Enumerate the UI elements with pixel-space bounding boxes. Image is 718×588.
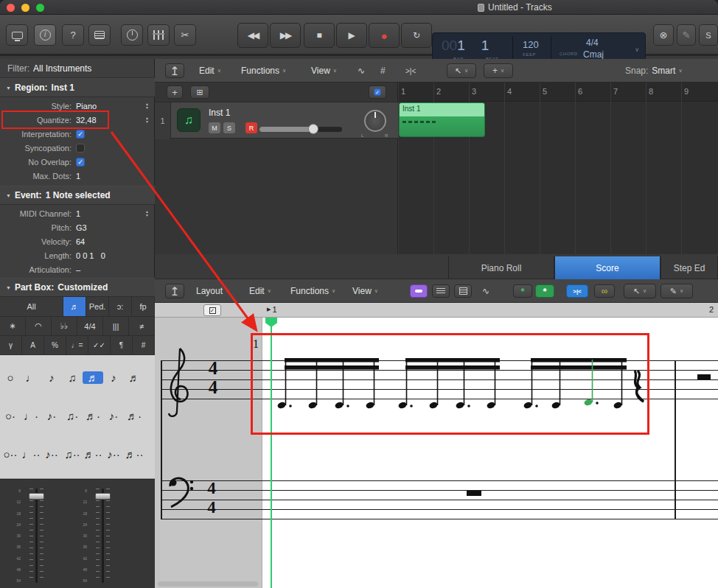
palette-note[interactable]: ♪ xyxy=(41,371,62,384)
lcd-chevron-icon[interactable]: ∨ xyxy=(635,46,639,53)
partbox-tab[interactable]: fp xyxy=(132,297,155,316)
playhead-line[interactable] xyxy=(271,318,272,588)
partbox-symbol[interactable]: ≠ xyxy=(129,317,155,335)
link-button[interactable]: ∞ xyxy=(594,284,615,298)
partbox-symbol[interactable]: # xyxy=(133,336,155,354)
tracks-functions-menu[interactable]: Functions∨ xyxy=(241,59,286,83)
quick-help-button[interactable]: ? xyxy=(62,24,84,46)
channel-fader[interactable]: 61218243036424854 xyxy=(75,484,127,586)
secondary-tool-menu[interactable]: +∨ xyxy=(484,63,513,78)
palette-note[interactable]: ♬· xyxy=(124,410,144,422)
disclosure-triangle-icon[interactable]: ▼ xyxy=(6,85,11,91)
stepper-down-icon[interactable]: ▼ xyxy=(145,214,149,217)
midi-thru-button[interactable]: * xyxy=(535,284,554,298)
palette-note[interactable]: ♪·· xyxy=(103,448,124,461)
partbox-symbol[interactable]: % xyxy=(44,336,66,354)
forward-button[interactable]: ▶▶ xyxy=(270,23,301,48)
palette-note[interactable]: ♫·· xyxy=(62,448,83,461)
partbox-symbol[interactable]: ✓✓ xyxy=(88,336,111,354)
midi-in-button[interactable] xyxy=(410,284,428,298)
score-layout-menu[interactable]: Layout∨ xyxy=(196,279,229,303)
tab-score[interactable]: Score xyxy=(554,256,661,279)
minimize-window-button[interactable] xyxy=(21,4,29,12)
filter-row[interactable]: Filter: All Instruments xyxy=(0,59,155,78)
score-edit-menu[interactable]: Edit∨ xyxy=(249,279,271,303)
record-enable-button[interactable]: R xyxy=(245,122,257,133)
partbox-tab[interactable]: All xyxy=(0,297,63,316)
tracks-edit-menu[interactable]: Edit∨ xyxy=(199,59,221,83)
mixer-button[interactable] xyxy=(147,24,170,46)
partbox-symbol[interactable]: 4/4 xyxy=(77,317,103,335)
region-param-row[interactable]: Style:Piano▲▼ xyxy=(0,99,155,113)
staff-view-button[interactable] xyxy=(432,284,450,298)
fader-cap[interactable] xyxy=(95,493,111,500)
disclosure-triangle-icon[interactable]: ▼ xyxy=(6,285,11,290)
volume-slider-thumb[interactable] xyxy=(308,124,318,134)
timeline-ruler[interactable]: 123456789 xyxy=(398,83,718,102)
region-param-row[interactable]: Max. Dots:1 xyxy=(0,169,155,183)
page-view-button[interactable] xyxy=(454,284,472,298)
score-ruler[interactable]: ✓ ▶1 2 xyxy=(155,303,718,318)
brush-button[interactable]: ✎ xyxy=(677,24,696,46)
palette-note[interactable]: ♫ xyxy=(62,371,83,384)
checkbox-tool-button[interactable]: ✓ xyxy=(203,304,221,316)
tab-piano-roll[interactable]: Piano Roll xyxy=(448,256,554,279)
partbox-tab[interactable]: ɔ: xyxy=(109,297,132,316)
partbox-symbol[interactable]: A xyxy=(22,336,44,354)
add-track-button[interactable]: + xyxy=(167,85,183,99)
palette-note[interactable]: ♬ xyxy=(124,371,144,384)
region-param-stepper[interactable]: ▲▼ xyxy=(145,102,149,110)
partbox-symbol[interactable]: ¶ xyxy=(111,336,133,354)
score-functions-menu[interactable]: Functions∨ xyxy=(290,279,335,303)
midi-region[interactable]: Inst 1 xyxy=(399,102,485,137)
fader-cap[interactable] xyxy=(29,493,44,500)
track-row[interactable]: 1 ♫ Inst 1 M S R L R xyxy=(155,102,398,139)
zoom-window-button[interactable] xyxy=(36,4,44,12)
cycle-button[interactable]: ↻ xyxy=(401,23,432,48)
catch-playhead-button[interactable]: ↥ xyxy=(165,284,184,298)
track-name[interactable]: Inst 1 xyxy=(209,108,230,118)
catch-range-button[interactable]: >|< xyxy=(405,59,416,83)
event-param-row[interactable]: Velocity:64 xyxy=(0,234,155,248)
partbox-symbol[interactable]: ◠ xyxy=(26,317,52,335)
record-button[interactable]: ● xyxy=(369,23,400,48)
palette-note[interactable]: ♩· xyxy=(21,410,41,422)
event-section-header[interactable]: ▼ Event: 1 Note selected xyxy=(0,186,155,205)
region-param-row[interactable]: Syncopation: xyxy=(0,141,155,155)
region-param-row[interactable]: Interpretation:✓ xyxy=(0,127,155,141)
catch-playhead-button[interactable]: ↥ xyxy=(165,63,184,78)
catch-content-button[interactable]: >|< xyxy=(566,284,588,298)
list-editors-button[interactable] xyxy=(88,24,111,46)
tracks-view-menu[interactable]: View∨ xyxy=(311,59,337,83)
solo-button[interactable]: S xyxy=(223,122,235,133)
palette-note[interactable]: ♫· xyxy=(62,410,83,422)
play-button[interactable]: ▶ xyxy=(336,23,367,48)
duplicate-track-button[interactable]: ⊞ xyxy=(190,85,209,99)
event-param-row[interactable]: Articulation:– xyxy=(0,262,155,276)
palette-note[interactable]: ♬ xyxy=(83,371,103,384)
event-param-stepper[interactable]: ▲▼ xyxy=(145,210,149,217)
stop-button[interactable]: ■ xyxy=(304,23,335,48)
partbox-tab[interactable]: ♬ xyxy=(63,297,86,316)
palette-note[interactable]: ♩ xyxy=(21,371,41,384)
horizontal-scrollbar[interactable] xyxy=(158,581,258,587)
volume-slider[interactable] xyxy=(259,127,342,132)
palette-note[interactable]: ○ xyxy=(0,371,21,384)
region-param-checkbox[interactable]: ✓ xyxy=(76,158,85,167)
flex-button[interactable]: # xyxy=(380,59,386,83)
palette-note[interactable]: ○·· xyxy=(0,448,21,461)
library-button[interactable] xyxy=(6,24,28,46)
editors-button[interactable]: ✂ xyxy=(174,24,196,46)
automation-button[interactable]: ∿ xyxy=(358,59,365,83)
score-notes[interactable] xyxy=(265,335,678,431)
palette-note[interactable]: ♬· xyxy=(83,410,103,422)
event-param-row[interactable]: MIDI Channel:1▲▼ xyxy=(0,206,155,220)
mute-button[interactable]: M xyxy=(209,122,220,133)
close-window-button[interactable] xyxy=(7,4,15,12)
region-param-checkbox[interactable]: ✓ xyxy=(76,130,85,139)
snap-menu[interactable]: Snap: Smart ∨ xyxy=(625,59,683,83)
palette-note[interactable]: ♬·· xyxy=(124,448,144,461)
event-param-row[interactable]: Length:0 0 1 0 xyxy=(0,248,155,262)
stepper-down-icon[interactable]: ▼ xyxy=(145,120,149,124)
partbox-symbol[interactable]: ||| xyxy=(103,317,129,335)
